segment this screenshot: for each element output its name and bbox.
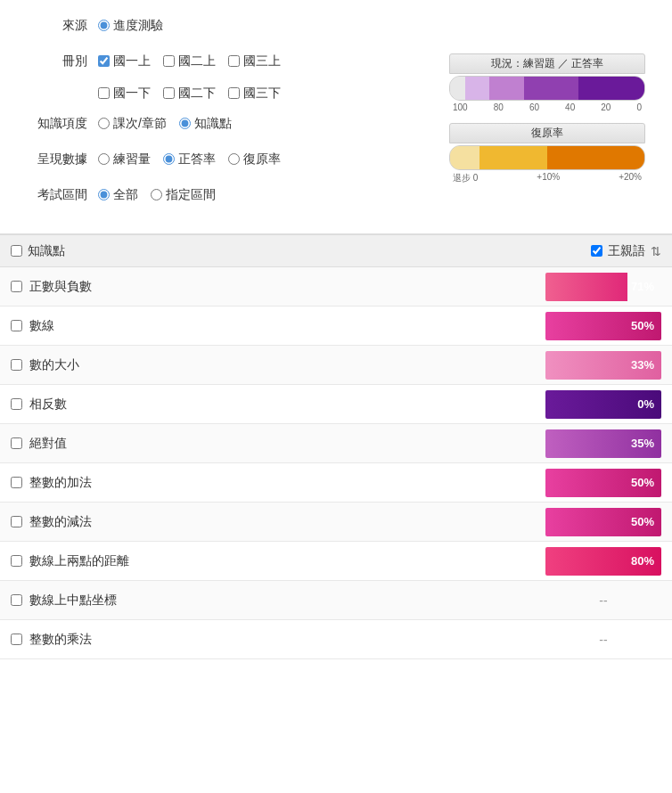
bar-seg-1 (450, 77, 465, 100)
table-row: 數線 50% (0, 307, 672, 346)
row-label: 整數的乘法 (29, 632, 545, 648)
row-checkbox[interactable] (11, 555, 22, 567)
table-row: 數線上中點坐標 -- (0, 581, 672, 620)
row-checkbox[interactable] (11, 437, 22, 449)
recovery-bar (449, 145, 645, 170)
table-row: 絕對值 35% (0, 424, 672, 463)
recovery-chart-title: 復原率 (449, 123, 645, 143)
sort-icon[interactable]: ⇅ (651, 244, 661, 258)
row-label: 整數的減法 (29, 514, 545, 530)
source-label: 來源 (27, 14, 98, 36)
row-value-dash: -- (545, 633, 661, 647)
table-row: 相反數 0% (0, 385, 672, 424)
knowledge-point[interactable]: 知識點 (179, 112, 232, 134)
rec-seg-1 (450, 146, 479, 169)
grade-g2d[interactable]: 國二下 (163, 82, 216, 103)
exam-range-label: 考試區間 (27, 184, 98, 205)
charts-panel: 現況：練習題 ／ 正答率 100 80 60 40 20 0 復原率 (449, 53, 645, 195)
grade-g1d[interactable]: 國一下 (98, 82, 151, 103)
col-checkbox[interactable] (591, 245, 602, 257)
row-value: 71% (545, 273, 661, 301)
row-checkbox[interactable] (11, 634, 22, 645)
status-chart-title: 現況：練習題 ／ 正答率 (449, 53, 645, 74)
row-label: 整數的加法 (29, 475, 545, 491)
source-row: 來源 進度測驗 (27, 14, 645, 41)
grade-g3u[interactable]: 國三上 (228, 50, 281, 71)
bar-seg-4 (524, 77, 578, 100)
table-row: 整數的加法 50% (0, 463, 672, 503)
rec-seg-3 (547, 146, 644, 169)
source-value: 進度測驗 (113, 14, 163, 36)
source-radio-progress[interactable]: 進度測驗 (98, 14, 163, 36)
row-value: 50% (545, 469, 661, 497)
display-practice[interactable]: 練習量 (98, 148, 151, 169)
row-label: 數的大小 (29, 357, 545, 373)
row-label: 數線 (29, 318, 545, 334)
row-value: 50% (545, 312, 661, 340)
table-row: 數線上兩點的距離 80% (0, 542, 672, 581)
grade-label: 冊別 (27, 50, 98, 71)
table-row: 數的大小 33% (0, 346, 672, 385)
rec-seg-2 (479, 146, 547, 169)
display-recovery[interactable]: 復原率 (228, 148, 281, 169)
display-label: 呈現數據 (27, 148, 98, 169)
status-bar (449, 76, 645, 101)
recovery-chart: 復原率 退步 0 +10% +20% (449, 123, 645, 186)
row-value: 33% (545, 351, 661, 380)
row-label: 相反數 (29, 396, 545, 413)
row-value: 80% (545, 547, 661, 576)
header-label: 知識點 (28, 243, 65, 259)
bar-seg-3 (489, 77, 524, 100)
knowledge-label: 知識項度 (27, 112, 98, 134)
value-bar (545, 273, 627, 301)
row-checkbox[interactable] (11, 516, 22, 527)
status-scale: 100 80 60 40 20 0 (449, 101, 645, 114)
row-value: 0% (545, 390, 661, 419)
grade-g2u[interactable]: 國二上 (163, 50, 216, 71)
row-checkbox[interactable] (11, 398, 22, 410)
display-correct[interactable]: 正答率 (163, 148, 216, 169)
row-checkbox[interactable] (11, 359, 22, 371)
bar-seg-5 (578, 77, 644, 100)
row-label: 數線上兩點的距離 (29, 553, 545, 569)
row-value-dash: -- (545, 593, 661, 608)
grade-g3d[interactable]: 國三下 (228, 82, 281, 103)
knowledge-table: 知識點 王親語 ⇅ 正數與負數 71% 數線 50% 數的大小 33% (0, 233, 672, 659)
row-label: 正數與負數 (29, 279, 545, 295)
table-row: 整數的乘法 -- (0, 620, 672, 659)
row-checkbox[interactable] (11, 594, 22, 606)
table-row: 正數與負數 71% (0, 267, 672, 307)
grade-g1u[interactable]: 國一上 (98, 50, 151, 71)
exam-range-all[interactable]: 全部 (98, 184, 138, 205)
row-checkbox[interactable] (11, 477, 22, 488)
row-checkbox[interactable] (11, 320, 22, 331)
knowledge-chapter[interactable]: 課次/章節 (98, 112, 167, 134)
row-label: 數線上中點坐標 (29, 593, 545, 609)
table-row: 整數的減法 50% (0, 503, 672, 542)
row-value: 50% (545, 508, 661, 536)
row-label: 絕對值 (29, 436, 545, 452)
table-header: 知識點 王親語 ⇅ (0, 235, 672, 267)
header-checkbox[interactable] (11, 245, 22, 257)
row-value: 35% (545, 429, 661, 458)
col-label: 王親語 (608, 243, 645, 259)
status-chart: 現況：練習題 ／ 正答率 100 80 60 40 20 0 (449, 53, 645, 114)
row-checkbox[interactable] (11, 281, 22, 292)
recovery-scale: 退步 0 +10% +20% (449, 170, 645, 186)
exam-range-custom[interactable]: 指定區間 (151, 184, 216, 205)
bar-seg-2 (465, 77, 488, 100)
